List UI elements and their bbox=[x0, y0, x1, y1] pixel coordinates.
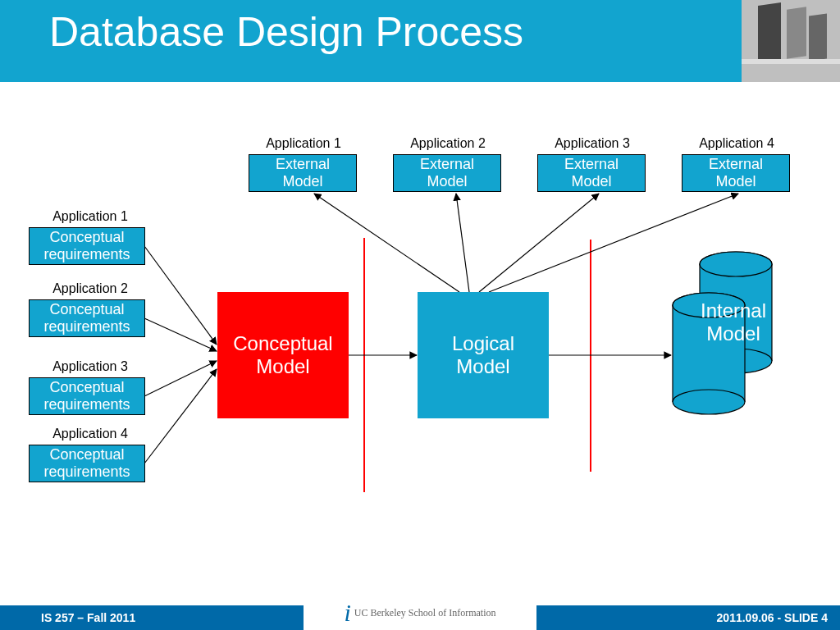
req-app-1: Application 1 bbox=[33, 209, 148, 224]
external-box-1: External Model bbox=[249, 154, 357, 192]
page-title: Database Design Process bbox=[49, 8, 523, 56]
external-box-2: External Model bbox=[393, 154, 501, 192]
req-app-4: Application 4 bbox=[33, 427, 148, 441]
logical-model-box: Logical Model bbox=[418, 292, 549, 418]
svg-point-22 bbox=[673, 390, 745, 414]
conceptual-model-box: Conceptual Model bbox=[217, 292, 349, 418]
slide: Database Design Process bbox=[0, 0, 840, 630]
req-box-2: Conceptual requirements bbox=[29, 299, 145, 337]
external-app-2: Application 2 bbox=[390, 136, 505, 151]
header-photo bbox=[742, 0, 840, 82]
svg-line-9 bbox=[456, 194, 469, 292]
logo-icon: i bbox=[345, 599, 351, 627]
svg-line-2 bbox=[144, 246, 217, 345]
footer-center-text: UC Berkeley School of Information bbox=[354, 607, 496, 619]
footer-right: 2011.09.06 - SLIDE 4 bbox=[536, 605, 840, 630]
footer: IS 257 – Fall 2011 i UC Berkeley School … bbox=[0, 605, 840, 630]
external-app-1: Application 1 bbox=[246, 136, 361, 151]
external-box-3: External Model bbox=[537, 154, 646, 192]
internal-model-label: Internal Model bbox=[701, 299, 766, 345]
external-box-4: External Model bbox=[682, 154, 790, 192]
external-app-4: Application 4 bbox=[679, 136, 794, 151]
external-app-3: Application 3 bbox=[535, 136, 650, 151]
req-box-4: Conceptual requirements bbox=[29, 445, 145, 482]
req-app-2: Application 2 bbox=[33, 281, 148, 296]
req-app-3: Application 3 bbox=[33, 359, 148, 374]
title-bar: Database Design Process bbox=[0, 0, 840, 82]
req-box-1: Conceptual requirements bbox=[29, 227, 145, 265]
svg-line-4 bbox=[144, 361, 217, 396]
svg-line-3 bbox=[144, 318, 217, 351]
diagram: Application 1 External Model Application… bbox=[0, 82, 840, 605]
svg-line-8 bbox=[314, 194, 459, 292]
req-box-3: Conceptual requirements bbox=[29, 377, 145, 415]
footer-left: IS 257 – Fall 2011 bbox=[0, 605, 304, 630]
svg-line-10 bbox=[479, 194, 599, 292]
footer-center: i UC Berkeley School of Information bbox=[304, 596, 536, 630]
svg-line-5 bbox=[144, 369, 217, 463]
svg-point-17 bbox=[700, 252, 772, 276]
